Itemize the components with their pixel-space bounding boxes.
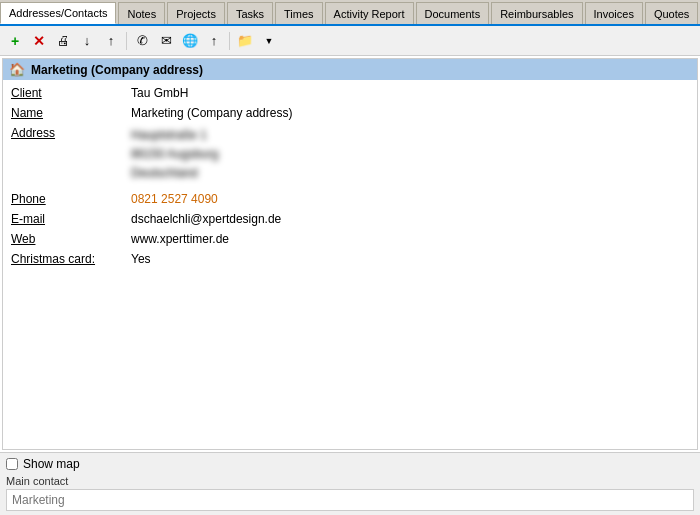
contact-header: 🏠 Marketing (Company address)	[3, 59, 697, 80]
value-phone: 0821 2527 4090	[131, 192, 689, 208]
tab-tasks[interactable]: Tasks	[227, 2, 273, 24]
web-button[interactable]: 🌐	[179, 30, 201, 52]
tab-notes[interactable]: Notes	[118, 2, 165, 24]
email-button[interactable]: ✉	[155, 30, 177, 52]
details-table: Client Tau GmbH Name Marketing (Company …	[3, 80, 697, 274]
print-button[interactable]: 🖨	[52, 30, 74, 52]
detail-row-web: Web www.xperttimer.de	[3, 230, 697, 250]
tab-invoices[interactable]: Invoices	[585, 2, 643, 24]
tab-times[interactable]: Times	[275, 2, 323, 24]
label-phone[interactable]: Phone	[11, 192, 131, 208]
tab-documents[interactable]: Documents	[416, 2, 490, 24]
value-client: Tau GmbH	[131, 86, 689, 102]
bottom-section: Show map Main contact	[0, 452, 700, 515]
delete-button[interactable]: ✕	[28, 30, 50, 52]
arrow-up-button[interactable]: ↑	[203, 30, 225, 52]
detail-row-email: E-mail dschaelchli@xpertdesign.de	[3, 210, 697, 230]
home-icon: 🏠	[9, 62, 25, 77]
value-name: Marketing (Company address)	[131, 106, 689, 122]
main-content: 🏠 Marketing (Company address) Client Tau…	[0, 56, 700, 515]
tab-projects[interactable]: Projects	[167, 2, 225, 24]
toolbar: + ✕ 🖨 ↓ ↑ ✆ ✉ 🌐 ↑ 📁 ▼	[0, 26, 700, 56]
tab-quotes[interactable]: Quotes	[645, 2, 698, 24]
main-contact-input[interactable]	[6, 489, 694, 511]
dropdown-button[interactable]: ▼	[258, 30, 280, 52]
main-contact-label: Main contact	[6, 475, 694, 487]
contact-area: 🏠 Marketing (Company address) Client Tau…	[2, 58, 698, 450]
sort-down-button[interactable]: ↓	[76, 30, 98, 52]
separator-2	[229, 32, 230, 50]
detail-row-client: Client Tau GmbH	[3, 84, 697, 104]
label-christmas-card[interactable]: Christmas card:	[11, 252, 131, 268]
show-map-label[interactable]: Show map	[23, 457, 80, 471]
label-address[interactable]: Address	[11, 126, 131, 184]
value-address: Hauptstraße 186150 AugsburgDeutschland	[131, 126, 689, 184]
contact-header-title: Marketing (Company address)	[31, 63, 203, 77]
detail-row-name: Name Marketing (Company address)	[3, 104, 697, 124]
label-client[interactable]: Client	[11, 86, 131, 102]
tab-reimbursables[interactable]: Reimbursables	[491, 2, 582, 24]
detail-row-christmas-card: Christmas card: Yes	[3, 250, 697, 270]
detail-row-phone: Phone 0821 2527 4090	[3, 190, 697, 210]
label-email[interactable]: E-mail	[11, 212, 131, 228]
detail-row-address: Address Hauptstraße 186150 AugsburgDeuts…	[3, 124, 697, 186]
separator-1	[126, 32, 127, 50]
folder-button[interactable]: 📁	[234, 30, 256, 52]
show-map-row: Show map	[6, 457, 694, 471]
show-map-checkbox[interactable]	[6, 458, 18, 470]
value-web: www.xperttimer.de	[131, 232, 689, 248]
phone-button[interactable]: ✆	[131, 30, 153, 52]
value-christmas-card: Yes	[131, 252, 689, 268]
tab-bar: Addresses/Contacts Notes Projects Tasks …	[0, 0, 700, 26]
sort-up-button[interactable]: ↑	[100, 30, 122, 52]
tab-activity-report[interactable]: Activity Report	[325, 2, 414, 24]
label-name[interactable]: Name	[11, 106, 131, 122]
tab-addresses[interactable]: Addresses/Contacts	[0, 2, 116, 24]
value-email: dschaelchli@xpertdesign.de	[131, 212, 689, 228]
label-web[interactable]: Web	[11, 232, 131, 248]
add-button[interactable]: +	[4, 30, 26, 52]
